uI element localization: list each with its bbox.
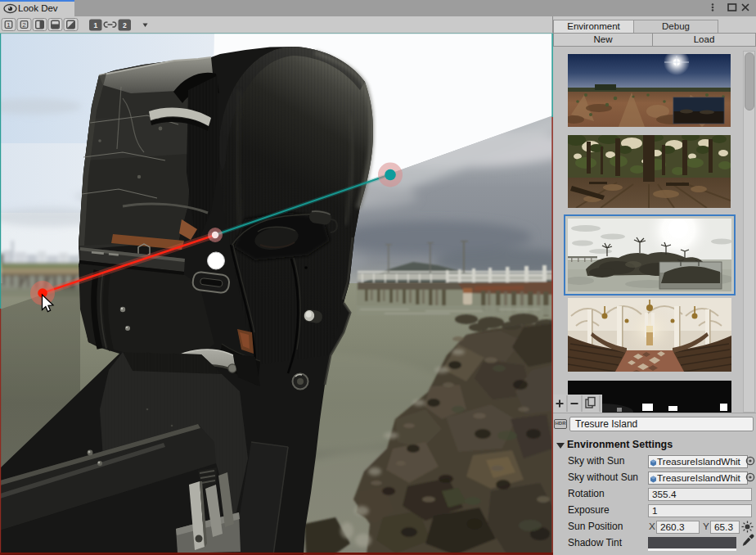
svg-text:2: 2	[123, 21, 127, 29]
svg-text:1: 1	[93, 21, 97, 29]
svg-text:1: 1	[7, 21, 11, 29]
svg-text:2: 2	[22, 21, 26, 29]
